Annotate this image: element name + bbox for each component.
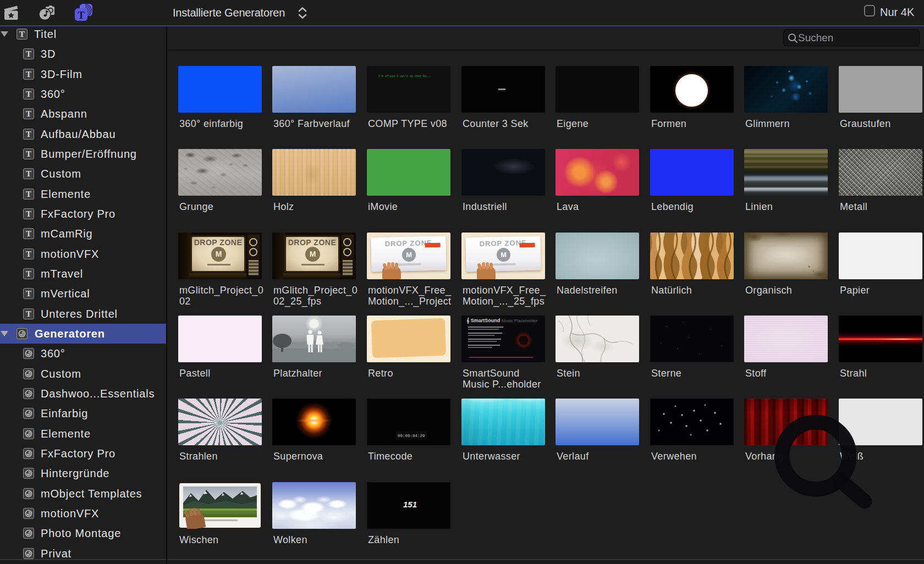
svg-text:T: T	[78, 9, 85, 21]
